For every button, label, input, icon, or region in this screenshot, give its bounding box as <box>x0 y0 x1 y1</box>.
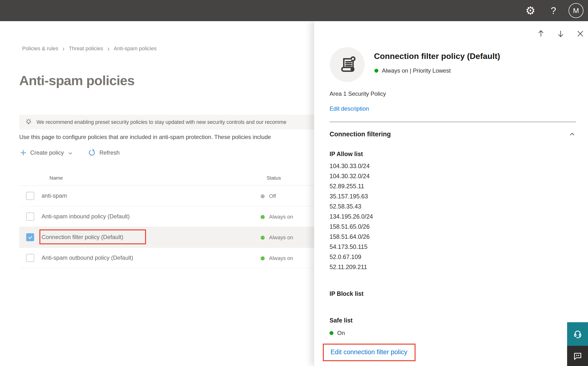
arrow-up-icon <box>537 29 545 38</box>
status-cell: Always on <box>261 235 293 241</box>
section-title: Connection filtering <box>330 130 391 138</box>
status-label: Off <box>269 193 276 199</box>
banner-text: We recommend enabling preset security po… <box>37 119 286 125</box>
safe-list-status: On <box>330 330 576 336</box>
plus-icon: + <box>20 148 26 157</box>
status-dot-on <box>375 69 378 73</box>
chevron-up-icon <box>568 130 576 138</box>
status-cell: Always on <box>261 214 293 220</box>
ip-address: 54.173.50.115 <box>330 242 576 252</box>
refresh-button[interactable]: Refresh <box>99 149 120 156</box>
status-label: Always on <box>269 235 293 241</box>
ip-address: 52.58.35.43 <box>330 201 576 211</box>
support-button[interactable] <box>567 322 588 346</box>
breadcrumb-separator: › <box>107 45 109 53</box>
arrow-down-icon <box>556 29 565 38</box>
safe-list-label: Safe list <box>330 317 576 324</box>
policy-avatar <box>330 47 365 82</box>
breadcrumb-separator: › <box>62 45 64 53</box>
status-label: Always on <box>269 255 293 261</box>
policy-description: Area 1 Security Policy <box>330 91 576 97</box>
status-label: Always on <box>269 214 293 220</box>
edit-connection-filter-policy-link[interactable]: Edit connection filter policy <box>331 348 407 356</box>
ip-address: 104.30.33.0/24 <box>330 161 576 171</box>
breadcrumb-anti-spam-policies: Anti-spam policies <box>114 46 157 52</box>
ip-address: 158.51.64.0/26 <box>330 232 576 242</box>
close-icon <box>576 30 584 38</box>
column-header-status[interactable]: Status <box>267 175 281 181</box>
status-dot-on <box>261 215 265 219</box>
close-panel-button[interactable] <box>576 29 585 38</box>
policy-name[interactable]: Connection filter policy (Default) <box>42 234 123 240</box>
status-cell: Off <box>261 193 276 199</box>
checkmark-icon <box>28 235 33 240</box>
connection-filtering-section-toggle[interactable]: Connection filtering <box>330 130 576 138</box>
ip-address: 52.89.255.11 <box>330 181 576 191</box>
ip-address: 52.11.209.211 <box>330 262 576 272</box>
previous-item-button[interactable] <box>537 29 545 38</box>
ip-address: 134.195.26.0/24 <box>330 211 576 221</box>
breadcrumb-policies-rules[interactable]: Policies & rules <box>22 46 58 52</box>
breadcrumb: Policies & rules › Threat policies › Ant… <box>22 45 157 52</box>
panel-status: Always on | Priority Lowest <box>375 67 451 74</box>
highlight-box: Edit connection filter policy <box>323 344 416 361</box>
row-checkbox[interactable] <box>26 213 34 221</box>
column-header-name[interactable]: Name <box>50 175 63 181</box>
headset-icon <box>572 328 583 340</box>
account-button[interactable]: M <box>565 0 588 21</box>
toolbar: + Create policy Refresh <box>20 148 120 157</box>
safe-list-value: On <box>337 330 345 336</box>
status-dot-on <box>330 331 333 335</box>
ip-address: 52.0.67.109 <box>330 252 576 262</box>
refresh-icon <box>88 148 96 157</box>
panel-status-text: Always on | Priority Lowest <box>382 67 451 74</box>
panel-title: Connection filter policy (Default) <box>374 52 585 61</box>
page-title: Anti-spam policies <box>19 73 134 88</box>
status-dot-off <box>261 194 265 198</box>
page-description: Use this page to configure policies that… <box>19 134 271 140</box>
policy-name[interactable]: Anti-spam inbound policy (Default) <box>42 213 130 220</box>
chevron-down-icon[interactable] <box>67 150 74 156</box>
status-cell: Always on <box>261 255 293 261</box>
feedback-button[interactable] <box>567 346 588 366</box>
row-checkbox-checked[interactable] <box>26 233 34 241</box>
row-checkbox[interactable] <box>26 192 34 200</box>
ip-allow-list: 104.30.33.0/24104.30.32.0/2452.89.255.11… <box>330 161 576 272</box>
question-icon: ? <box>551 5 556 16</box>
row-checkbox[interactable] <box>26 254 34 262</box>
avatar: M <box>569 3 583 18</box>
next-item-button[interactable] <box>556 29 565 38</box>
status-dot-on <box>261 236 265 240</box>
status-dot-on <box>261 256 265 260</box>
scroll-policy-icon <box>338 55 357 74</box>
help-button[interactable]: ? <box>542 0 565 21</box>
panel-body: Area 1 Security Policy Edit description … <box>330 91 576 361</box>
ip-address: 35.157.195.63 <box>330 191 576 201</box>
policy-name[interactable]: Anti-spam outbound policy (Default) <box>42 254 133 261</box>
feedback-bubble-icon <box>572 351 583 361</box>
breadcrumb-threat-policies[interactable]: Threat policies <box>69 46 103 52</box>
policy-name[interactable]: anti-spam <box>42 192 67 199</box>
ip-address: 158.51.65.0/26 <box>330 221 576 232</box>
settings-button[interactable]: ⚙ <box>519 0 542 21</box>
gear-icon: ⚙ <box>525 5 535 16</box>
ip-allow-list-label: IP Allow list <box>330 151 576 158</box>
ip-address: 104.30.32.0/24 <box>330 171 576 181</box>
edit-description-link[interactable]: Edit description <box>330 105 576 112</box>
lightbulb-icon <box>24 118 33 126</box>
ip-block-list-label: IP Block list <box>330 290 576 297</box>
details-flyout-panel: Connection filter policy (Default) Alway… <box>314 21 588 366</box>
divider <box>330 122 576 122</box>
panel-nav <box>537 29 585 38</box>
top-app-bar: ⚙ ? M <box>0 0 588 21</box>
create-policy-button[interactable]: Create policy <box>30 149 64 156</box>
